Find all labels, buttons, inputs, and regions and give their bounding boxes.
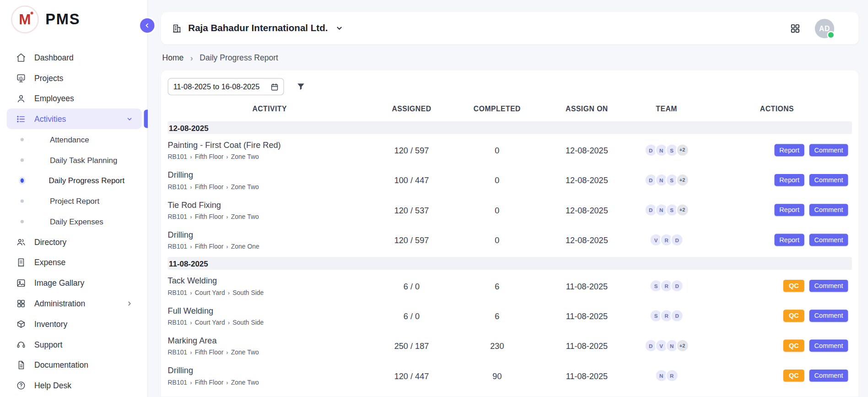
sidebar-item-dashboard[interactable]: Dashboard xyxy=(0,47,147,68)
activity-cell: DrillingRB101›Fifth Floor›Zone Two xyxy=(168,170,372,190)
comment-button[interactable]: Comment xyxy=(809,370,848,382)
assign-on-value: 11-08-2025 xyxy=(543,311,631,321)
comment-button[interactable]: Comment xyxy=(809,280,848,292)
app-root: M PMS DashboardProjectsEmployeesActiviti… xyxy=(0,0,868,397)
team-overflow-badge: +2 xyxy=(676,339,689,352)
completed-value: 0 xyxy=(452,146,542,155)
directory-icon xyxy=(16,237,27,247)
documentation-icon xyxy=(16,360,27,370)
administration-icon xyxy=(16,298,27,308)
sidebar-item-label: Administration xyxy=(34,299,85,308)
sidebar-subitem-attendance[interactable]: Attendance xyxy=(0,129,147,150)
sidebar-item-documentation[interactable]: Documentation xyxy=(0,354,147,375)
sidebar-item-image-gallary[interactable]: Image Gallary xyxy=(0,272,147,293)
team-avatar: D xyxy=(670,309,684,322)
chevron-right-icon: › xyxy=(190,289,192,295)
completed-value: 0 xyxy=(452,235,542,245)
filter-icon[interactable] xyxy=(296,82,306,92)
apps-grid-button[interactable] xyxy=(790,23,800,33)
comment-button[interactable]: Comment xyxy=(809,340,848,352)
chevron-right-icon: › xyxy=(226,213,228,219)
breadcrumb-home[interactable]: Home xyxy=(162,53,183,62)
helpdesk-icon xyxy=(16,381,27,391)
qc-button[interactable]: QC xyxy=(783,310,804,322)
sidebar-item-label: Inventory xyxy=(34,319,67,328)
assign-on-value: 11-08-2025 xyxy=(543,371,631,381)
sidebar-item-projects[interactable]: Projects xyxy=(0,68,147,88)
comment-button[interactable]: Comment xyxy=(809,234,848,246)
sidebar-item-employees[interactable]: Employees xyxy=(0,88,147,109)
sidebar-item-administration[interactable]: Administration xyxy=(0,293,147,314)
team-avatar: D xyxy=(670,279,684,293)
activity-path: RB101›Fifth Floor›Zone Two xyxy=(168,379,372,386)
activity-cell: Painting - First Coat (Fire Red)RB101›Fi… xyxy=(168,140,372,160)
chevron-right-icon: › xyxy=(226,244,228,250)
sidebar-nav: DashboardProjectsEmployeesActivitiesAtte… xyxy=(0,47,147,396)
comment-button[interactable]: Comment xyxy=(809,310,848,322)
qc-button[interactable]: QC xyxy=(783,370,804,382)
activity-path: RB101›Court Yard›South Side xyxy=(168,319,372,326)
date-range-input[interactable] xyxy=(173,82,267,91)
sidebar-item-directory[interactable]: Directory xyxy=(0,232,147,252)
team-cell: VRD xyxy=(631,233,702,246)
sidebar-submenu: AttendanceDaily Task PlanningDaily Progr… xyxy=(0,129,147,232)
logo-icon: M xyxy=(11,5,38,33)
sidebar-item-inventory[interactable]: Inventory xyxy=(0,314,147,334)
sidebar-item-label: Documentation xyxy=(34,360,88,369)
sidebar-item-activities[interactable]: Activities xyxy=(7,109,142,129)
projects-icon xyxy=(16,73,27,83)
avatar[interactable]: AD xyxy=(815,19,834,38)
qc-button[interactable]: QC xyxy=(783,340,804,352)
team-overflow-badge: +2 xyxy=(676,143,689,157)
sidebar-item-help-desk[interactable]: Help Desk xyxy=(0,375,147,396)
actions-cell: ReportComment xyxy=(702,234,852,246)
sidebar-item-support[interactable]: Support xyxy=(0,334,147,355)
company-selector[interactable]: Raja Bahadur International Ltd. xyxy=(172,23,343,34)
sidebar-subitem-daily-expenses[interactable]: Daily Expenses xyxy=(0,211,147,232)
report-button[interactable]: Report xyxy=(774,204,804,216)
sidebar-subitem-project-report[interactable]: Project Report xyxy=(0,190,147,211)
column-activity: ACTIVITY xyxy=(168,104,372,113)
path-segment: South Side xyxy=(232,289,264,296)
actions-cell: ReportComment xyxy=(702,204,852,216)
activity-name: Tie Rod Fixing xyxy=(168,200,372,210)
chevron-right-icon: › xyxy=(226,379,228,385)
activity-cell: Tie Rod FixingRB101›Fifth Floor›Zone Two xyxy=(168,200,372,220)
table-row: Full WeldingRB101›Court Yard›South Side6… xyxy=(168,301,852,331)
chevron-down-icon xyxy=(126,115,133,122)
actions-cell: QCComment xyxy=(702,310,852,322)
main-content: Raja Bahadur International Ltd. AD Home … xyxy=(148,0,868,397)
completed-value: 0 xyxy=(452,205,542,215)
activity-cell: DrillingRB101›Fifth Floor›Zone One xyxy=(168,230,372,250)
sidebar-subitem-daily-progress-report[interactable]: Daily Progress Report xyxy=(0,170,147,190)
report-button[interactable]: Report xyxy=(774,144,804,157)
report-button[interactable]: Report xyxy=(774,234,804,246)
qc-button[interactable]: QC xyxy=(783,280,804,292)
sidebar-subitem-daily-task-planning[interactable]: Daily Task Planning xyxy=(0,150,147,170)
date-range-picker[interactable] xyxy=(168,78,284,96)
comment-button[interactable]: Comment xyxy=(809,144,848,157)
sidebar-item-label: Dashboard xyxy=(34,53,74,62)
completed-value: 90 xyxy=(452,371,542,381)
path-segment: Fifth Floor xyxy=(195,379,224,386)
path-segment: Zone Two xyxy=(231,183,259,190)
report-button[interactable]: Report xyxy=(774,174,804,186)
table-header: ACTIVITY ASSIGNED COMPLETED ASSIGN ON TE… xyxy=(168,98,852,120)
chevron-right-icon: › xyxy=(190,54,193,62)
comment-button[interactable]: Comment xyxy=(809,204,848,216)
apps-grid-icon xyxy=(790,23,800,33)
sidebar-item-expense[interactable]: Expense xyxy=(0,252,147,272)
assign-on-value: 12-08-2025 xyxy=(543,146,631,155)
assigned-value: 100 / 447 xyxy=(372,175,452,185)
comment-button[interactable]: Comment xyxy=(809,174,848,186)
table-row: Tie Rod FixingRB101›Fifth Floor›Zone Two… xyxy=(168,196,852,225)
path-segment: RB101 xyxy=(168,319,188,326)
activity-name: Full Welding xyxy=(168,306,372,315)
table-row: Tack WeldingRB101›Court Yard›South Side6… xyxy=(168,272,852,301)
sidebar-collapse-button[interactable] xyxy=(140,18,154,33)
team-cell: DNS+2 xyxy=(631,174,702,187)
assigned-value: 120 / 447 xyxy=(372,371,452,381)
assign-on-value: 11-08-2025 xyxy=(543,281,631,291)
chevron-right-icon: › xyxy=(190,213,192,219)
bullet-icon xyxy=(21,158,24,161)
